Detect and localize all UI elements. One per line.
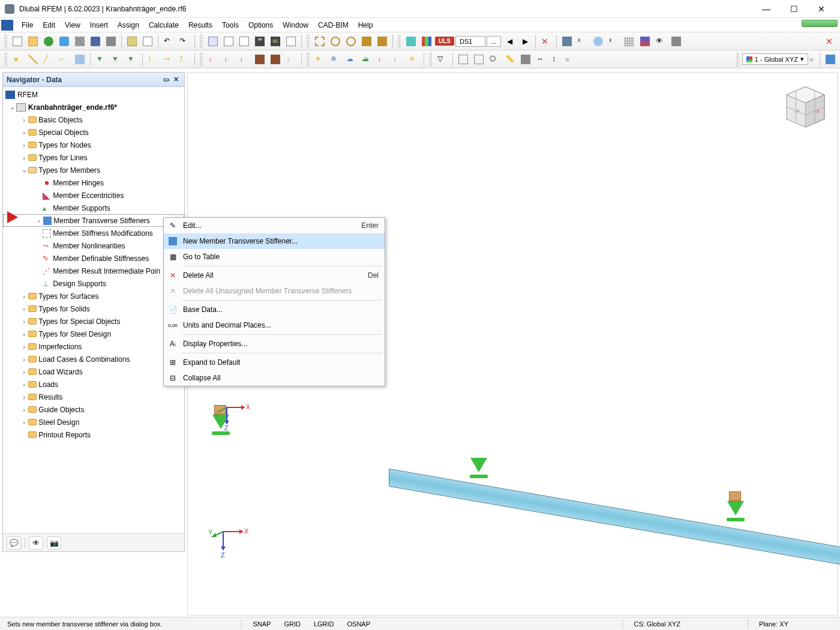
node-button[interactable]: ✶ (10, 52, 25, 67)
open-file-button[interactable] (26, 34, 40, 49)
toolbar-grip[interactable] (307, 53, 310, 66)
menu-results[interactable]: Results (184, 19, 217, 31)
tree-special-objects[interactable]: Special Objects (38, 128, 88, 137)
eye-button[interactable]: 👁 (653, 34, 668, 49)
loadcase-prev-arrow[interactable]: ◀ (502, 34, 517, 49)
grid-button[interactable] (221, 34, 236, 49)
navigator-close-button[interactable]: ✕ (171, 75, 181, 85)
cloud-button[interactable] (57, 34, 71, 49)
select-window-button[interactable] (328, 34, 343, 49)
polyline-button[interactable]: ⌐ (57, 52, 71, 67)
toolbar-grip[interactable] (736, 53, 739, 66)
toolbar-grip[interactable] (398, 35, 401, 48)
toolbar-grip[interactable] (200, 35, 203, 48)
load-nodal-button[interactable]: ↓ (206, 52, 220, 67)
chevron-right-icon[interactable]: › (20, 394, 28, 401)
surface-button[interactable] (73, 52, 87, 67)
cm-display-properties[interactable]: Aᵢ Display Properties... (164, 336, 385, 352)
sc-button[interactable]: SC (268, 34, 283, 49)
temp-load-button[interactable]: ☀ (406, 52, 421, 67)
chevron-right-icon[interactable]: › (20, 318, 28, 325)
tree-member-nonlinearities[interactable]: Member Nonlinearities (53, 242, 125, 250)
tree-member-eccentricities[interactable]: Member Eccentricities (53, 191, 124, 200)
save-button[interactable] (88, 34, 103, 49)
visibility-save-button[interactable] (472, 52, 486, 67)
loadcase-prev-button[interactable] (404, 34, 418, 49)
view-x-button[interactable]: ↔ (534, 52, 548, 67)
tree-member-stiffness-mod[interactable]: Member Stiffness Modifications (53, 229, 153, 238)
generate-load-button[interactable]: ✶ (313, 52, 327, 67)
nav-visibility-button[interactable]: 👁 (29, 536, 43, 550)
cm-new-member-transverse-stiffener[interactable]: New Member Transverse Stiffener... (164, 233, 385, 249)
results-toggle-button[interactable] (560, 34, 574, 49)
geo-load-button[interactable]: ⛰ (359, 52, 374, 67)
workspace-button[interactable] (823, 52, 838, 67)
toolbar-grip[interactable] (4, 53, 7, 66)
loadcase-combo[interactable]: DS1 (455, 36, 485, 47)
load-area-button[interactable] (253, 52, 267, 67)
imposed-load-button[interactable]: ↓ (391, 52, 405, 67)
tree-types-special[interactable]: Types for Special Objects (38, 317, 120, 326)
loadcase-more[interactable]: ... (487, 36, 501, 47)
support-member-button[interactable]: ▼ (125, 52, 139, 67)
tree-types-nodes[interactable]: Types for Nodes (38, 141, 91, 149)
tree-member-result-points[interactable]: Member Result Intermediate Poin (53, 267, 160, 275)
menu-tools[interactable]: Tools (217, 19, 244, 31)
support-line-button[interactable]: ▼ (109, 52, 124, 67)
chevron-down-icon[interactable]: ⌄ (8, 103, 16, 111)
load-member-button[interactable]: ↓ (237, 52, 251, 67)
block-button[interactable] (73, 34, 87, 49)
toolbar-grip[interactable] (4, 35, 7, 48)
status-osnap[interactable]: OSNAP (345, 620, 373, 628)
chevron-right-icon[interactable]: › (20, 331, 28, 338)
navigator-tree[interactable]: RFEM ⌄Kranbahnträger_ende.rf6* › Basic O… (3, 87, 184, 532)
mesh-button[interactable] (622, 34, 637, 49)
release-button[interactable]: ⊸ (161, 52, 176, 67)
toolbar-grip[interactable] (307, 35, 310, 48)
user-button[interactable] (41, 34, 56, 49)
member-button[interactable]: ╱ (41, 52, 56, 67)
tree-member-supports[interactable]: Member Supports (53, 204, 110, 212)
line-button[interactable] (26, 52, 40, 67)
list-button[interactable] (237, 34, 251, 49)
table-button[interactable] (206, 34, 220, 49)
toolbar-grip[interactable] (200, 53, 203, 66)
cm-collapse[interactable]: ⊟ Collapse All (164, 370, 385, 386)
coord-system-combo[interactable]: 1 - Global XYZ▾ (742, 53, 808, 65)
navigator-undock-button[interactable]: ▭ (161, 75, 171, 85)
support-nodal-button[interactable]: ▼ (94, 52, 108, 67)
render-button[interactable] (669, 34, 683, 49)
script-button[interactable]: ≫ (253, 34, 267, 49)
tree-printout[interactable]: Printout Reports (38, 431, 91, 439)
pan-button[interactable] (359, 34, 374, 49)
rotate-button[interactable] (375, 34, 389, 49)
filter-button[interactable]: ▽ (435, 52, 449, 67)
iso-view-button[interactable] (518, 52, 533, 67)
cm-edit[interactable]: ✎ Edit... Enter (164, 218, 385, 233)
chevron-right-icon[interactable]: › (35, 217, 43, 224)
view-y-button[interactable]: ↕ (550, 52, 564, 67)
zoom-button[interactable] (344, 34, 358, 49)
nav-speech-button[interactable]: 💬 (7, 536, 21, 550)
help-button[interactable]: ✕ (823, 34, 838, 49)
tree-design-supports[interactable]: Design Supports (53, 280, 106, 288)
status-grid[interactable]: GRID (281, 620, 303, 628)
menu-assign[interactable]: Assign (113, 19, 144, 31)
tree-results[interactable]: Results (38, 393, 62, 401)
tree-load-cases[interactable]: Load Cases & Combinations (38, 355, 130, 364)
results-more-button[interactable]: ᵡ (607, 34, 621, 49)
chevron-right-icon[interactable]: › (20, 305, 28, 313)
tree-basic-objects[interactable]: Basic Objects (38, 116, 82, 124)
chevron-right-icon[interactable]: › (20, 406, 28, 413)
paste-button[interactable] (140, 34, 155, 49)
show-values-button[interactable] (591, 34, 605, 49)
cm-units[interactable]: 0,00 Units and Decimal Places... (164, 317, 385, 333)
delete-load-button[interactable]: ✕ (539, 34, 553, 49)
load-line-button[interactable]: ↓ (221, 52, 236, 67)
hinge-button[interactable]: ⟟ (146, 52, 160, 67)
cm-expand[interactable]: ⊞ Expand to Default (164, 355, 385, 370)
deformation-button[interactable]: ᵡ (575, 34, 590, 49)
support-node-2[interactable] (469, 457, 489, 475)
menu-edit[interactable]: Edit (38, 19, 60, 31)
chevron-right-icon[interactable]: › (20, 356, 28, 363)
